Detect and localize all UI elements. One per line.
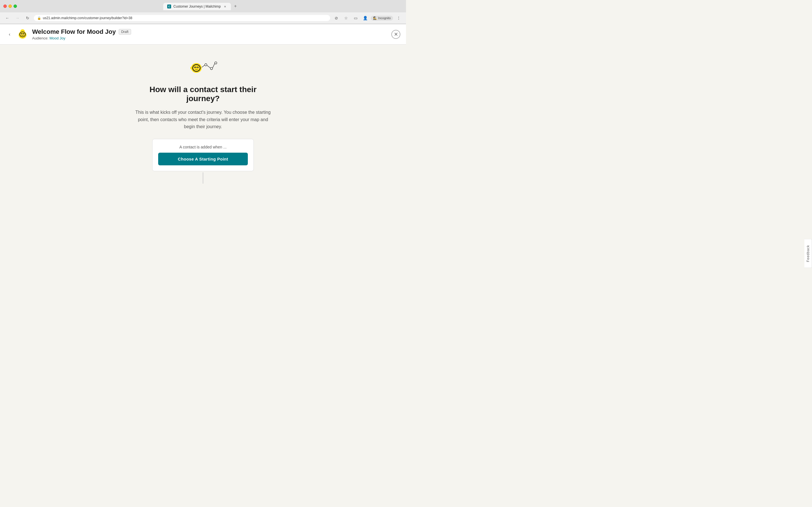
svg-point-24 <box>198 68 200 69</box>
svg-point-28 <box>214 62 217 64</box>
svg-point-26 <box>205 64 207 66</box>
header-title-row: Welcome Flow for Mood Joy Draft <box>32 28 131 36</box>
active-tab[interactable]: C Customer Journeys | Mailchimp ✕ <box>163 3 231 10</box>
back-button[interactable]: ‹ <box>6 31 13 38</box>
main-description: This is what kicks off your contact's jo… <box>133 109 273 130</box>
main-heading: How will a contact start their journey? <box>133 85 273 103</box>
svg-point-23 <box>193 68 195 69</box>
svg-point-22 <box>196 68 197 69</box>
browser-actions: ⊘ ☆ ▭ 👤 🕵 Incognito ⋮ <box>333 14 403 22</box>
profile-icon[interactable]: 👤 <box>361 14 369 22</box>
header-info: Welcome Flow for Mood Joy Draft Audience… <box>32 28 131 40</box>
close-button[interactable]: ✕ <box>391 30 400 39</box>
contact-added-label: A contact is added when ... <box>158 145 248 149</box>
maximize-window-button[interactable] <box>13 4 17 8</box>
lock-icon: 🔒 <box>37 16 41 20</box>
address-bar: ← → ↻ 🔒 us21.admin.mailchimp.com/custome… <box>0 12 406 24</box>
camera-off-icon[interactable]: ⊘ <box>333 14 340 22</box>
svg-point-20 <box>195 67 195 68</box>
back-nav-button[interactable]: ← <box>3 14 11 22</box>
minimize-window-button[interactable] <box>8 4 12 8</box>
tab-favicon: C <box>167 4 171 8</box>
svg-line-30 <box>207 65 210 68</box>
new-tab-button[interactable]: + <box>232 2 239 10</box>
starting-point-box: A contact is added when ... Choose A Sta… <box>152 139 254 171</box>
main-content: How will a contact start their journey? … <box>0 45 406 252</box>
page-title: Welcome Flow for Mood Joy <box>32 28 116 36</box>
address-bar-input[interactable]: 🔒 us21.admin.mailchimp.com/customer-jour… <box>34 15 330 21</box>
traffic-lights <box>3 4 17 8</box>
svg-point-13 <box>22 34 23 35</box>
more-options-button[interactable]: ⋮ <box>395 14 403 22</box>
tab-close-button[interactable]: ✕ <box>223 4 227 8</box>
browser-title-bar: C Customer Journeys | Mailchimp ✕ + <box>0 0 406 12</box>
header-subtitle: Audience: Mood Joy <box>32 36 131 40</box>
center-card: How will a contact start their journey? … <box>133 56 273 184</box>
refresh-button[interactable]: ↻ <box>24 14 32 22</box>
draft-badge: Draft <box>119 29 131 35</box>
audience-link[interactable]: Mood Joy <box>49 36 65 40</box>
app-header: ‹ Welcome Flow for Mood Joy Draft Audien… <box>0 24 406 45</box>
incognito-badge: 🕵 Incognito <box>371 16 393 20</box>
reading-mode-icon[interactable]: ▭ <box>352 14 359 22</box>
bookmark-icon[interactable]: ☆ <box>342 14 350 22</box>
url-display: us21.admin.mailchimp.com/customer-journe… <box>43 16 327 20</box>
incognito-label: Incognito <box>378 16 391 20</box>
choose-starting-point-button[interactable]: Choose A Starting Point <box>158 153 248 165</box>
tab-title: Customer Journeys | Mailchimp <box>173 4 221 8</box>
svg-point-25 <box>190 67 192 69</box>
connector-line <box>203 172 203 184</box>
svg-line-31 <box>213 64 214 68</box>
incognito-icon: 🕵 <box>373 16 377 20</box>
tab-bar: C Customer Journeys | Mailchimp ✕ + <box>141 2 262 10</box>
svg-line-29 <box>202 65 205 67</box>
audience-label: Audience: <box>32 36 49 40</box>
svg-rect-10 <box>21 33 22 34</box>
forward-nav-button[interactable]: → <box>13 14 21 22</box>
browser-chrome: C Customer Journeys | Mailchimp ✕ + ← → … <box>0 0 406 24</box>
close-window-button[interactable] <box>3 4 7 8</box>
svg-point-27 <box>210 67 213 69</box>
journey-illustration <box>186 56 220 79</box>
svg-point-21 <box>197 67 198 68</box>
svg-rect-11 <box>23 33 24 34</box>
mailchimp-logo <box>17 29 28 40</box>
